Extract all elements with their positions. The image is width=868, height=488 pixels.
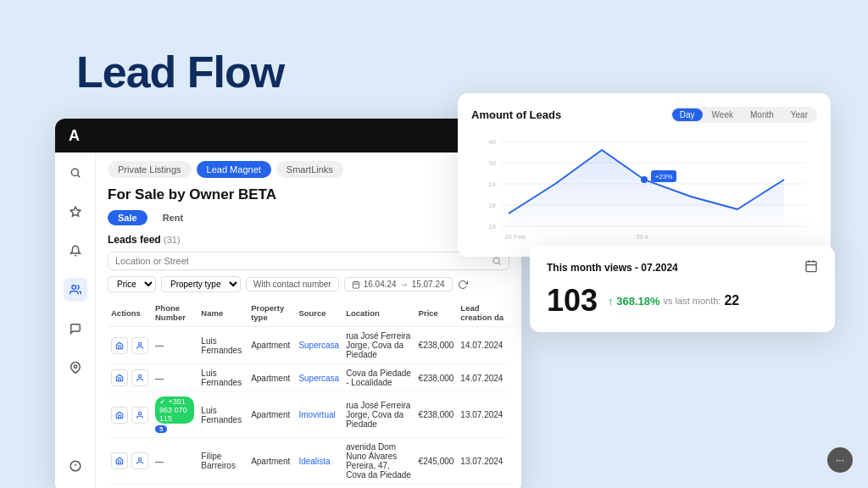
cell-property-type: Apartment (248, 392, 295, 438)
svg-point-16 (138, 412, 141, 414)
time-tab-year[interactable]: Year (783, 108, 815, 121)
property-type-filter[interactable]: Property type (161, 276, 241, 292)
time-tab-week[interactable]: Week (704, 108, 741, 121)
contact-action-icon[interactable] (131, 407, 148, 424)
cell-source[interactable]: Supercasa (295, 327, 342, 364)
tab-bar: Private Listings Lead Magnet SmartLinks (108, 161, 509, 178)
home-action-icon[interactable] (111, 407, 128, 424)
col-price: Price (415, 299, 458, 327)
date-range-filter[interactable]: 16.04.24 → 15.07.24 (344, 277, 453, 291)
chat-bubble[interactable]: ··· (827, 447, 853, 473)
app-logo: A (69, 127, 80, 145)
tab-private-listings[interactable]: Private Listings (108, 161, 192, 178)
time-tab-month[interactable]: Month (743, 108, 782, 121)
table-row: —Luis FernandesApartmentSupercasaCova da… (108, 364, 509, 392)
cell-property-type: Apartment (248, 364, 295, 392)
cell-price: €245,000 (415, 438, 458, 485)
contact-action-icon[interactable] (131, 452, 148, 469)
sidebar-icon-people[interactable] (64, 278, 87, 302)
sidebar (55, 152, 96, 488)
cell-date: 14.07.2024 (457, 327, 509, 364)
cell-price: €238,000 (415, 327, 458, 364)
stats-numbers: 103 ↑ 368.18% vs last month: 22 (547, 283, 818, 319)
cell-actions (108, 327, 152, 364)
time-tab-day[interactable]: Day (672, 108, 703, 121)
sidebar-icon-search[interactable] (64, 161, 87, 185)
sale-button[interactable]: Sale (108, 210, 147, 225)
sidebar-icon-bell[interactable] (64, 239, 87, 263)
chart-title: Amount of Leads (471, 108, 561, 121)
cell-price: €238,000 (415, 392, 458, 438)
app-window: A (55, 119, 521, 488)
col-source: Source (295, 299, 342, 327)
col-actions: Actions (108, 299, 152, 327)
filter-bar: Price Property type With contact number … (108, 276, 509, 292)
contact-action-icon[interactable] (131, 369, 148, 386)
svg-rect-10 (353, 281, 359, 288)
cell-actions (108, 364, 152, 392)
svg-point-30 (641, 176, 648, 183)
tab-smartlinks[interactable]: SmartLinks (276, 161, 343, 178)
cell-actions (108, 392, 152, 438)
col-name: Name (198, 299, 248, 327)
rent-button[interactable]: Rent (153, 210, 193, 225)
table-row: —Luis FernandesApartmentSupercasarua Jos… (108, 327, 509, 364)
leads-table: Actions Phone Number Name Property type … (108, 299, 509, 485)
vs-last-label: vs last month: (664, 296, 721, 306)
svg-text:18: 18 (488, 202, 496, 209)
home-action-icon[interactable] (111, 369, 128, 386)
home-action-icon[interactable] (111, 452, 128, 469)
page-hero-title: Lead Flow (76, 47, 284, 97)
cell-source[interactable]: Supercasa (295, 364, 342, 392)
cell-location: rua José Ferreira Jorge, Cova da Piedade (342, 327, 415, 364)
svg-text:+23%: +23% (655, 173, 673, 180)
search-bar (108, 252, 509, 270)
whatsapp-badge: ✓ +351 963 070 115 (155, 396, 194, 424)
calendar-icon (352, 280, 360, 289)
cell-name: Luis Fernandes (198, 392, 248, 438)
svg-point-17 (138, 458, 141, 460)
cell-actions (108, 438, 152, 485)
home-action-icon[interactable] (111, 337, 128, 354)
cell-name: Filipe Barreiros (198, 438, 248, 485)
time-tabs: Day Week Month Year (670, 107, 817, 123)
contact-action-icon[interactable] (131, 337, 148, 354)
table-row: ✓ +351 963 070 115 5Luis FernandesApartm… (108, 392, 509, 438)
sidebar-icon-star[interactable] (64, 200, 87, 224)
chart-area: 40 30 24 18 10 20 Feb 30 k +23% (471, 133, 817, 243)
table-row: —Filipe BarreirosApartmentIdealistaaveni… (108, 438, 509, 485)
svg-text:20 Feb: 20 Feb (504, 233, 526, 241)
svg-text:30 k: 30 k (636, 233, 649, 241)
tab-lead-magnet[interactable]: Lead Magnet (197, 161, 271, 178)
svg-text:24: 24 (488, 180, 496, 188)
cell-property-type: Apartment (248, 438, 295, 485)
sidebar-icon-info[interactable] (64, 454, 87, 478)
search-input[interactable] (115, 256, 492, 266)
cell-source[interactable]: Idealista (295, 438, 342, 485)
svg-point-0 (71, 169, 78, 175)
cell-location: rua José Ferreira Jorge, Cova da Piedade (342, 392, 415, 438)
phone-count: 5 (155, 425, 167, 433)
svg-marker-2 (70, 207, 81, 216)
svg-line-9 (498, 263, 500, 264)
chart-window: Amount of Leads Day Week Month Year 40 3… (458, 93, 831, 257)
vs-last-value: 22 (724, 293, 739, 308)
cell-location: Cova da Piedade - Localidade (342, 364, 415, 392)
cell-source[interactable]: Imovirtual (295, 392, 342, 438)
sidebar-icon-location[interactable] (64, 356, 87, 380)
refresh-icon[interactable] (458, 280, 468, 290)
cell-location: avenida Dom Nuno Álvares Pereira, 47, Co… (342, 438, 415, 485)
stats-period: This month views - 07.2024 (547, 262, 678, 274)
sale-rent-bar: Sale Rent (108, 210, 509, 225)
cell-price: €238,000 (415, 364, 458, 392)
cell-date: 13.07.2024 (457, 438, 509, 485)
svg-point-3 (71, 286, 75, 290)
stats-card: This month views - 07.2024 103 ↑ 368.18%… (530, 246, 835, 332)
calendar-icon[interactable] (804, 259, 818, 276)
svg-text:30: 30 (488, 159, 496, 167)
leads-count: (31) (164, 235, 181, 245)
svg-point-4 (74, 365, 77, 369)
sidebar-icon-chat[interactable] (64, 317, 87, 341)
price-filter[interactable]: Price (108, 276, 156, 292)
cell-phone: — (152, 438, 198, 485)
